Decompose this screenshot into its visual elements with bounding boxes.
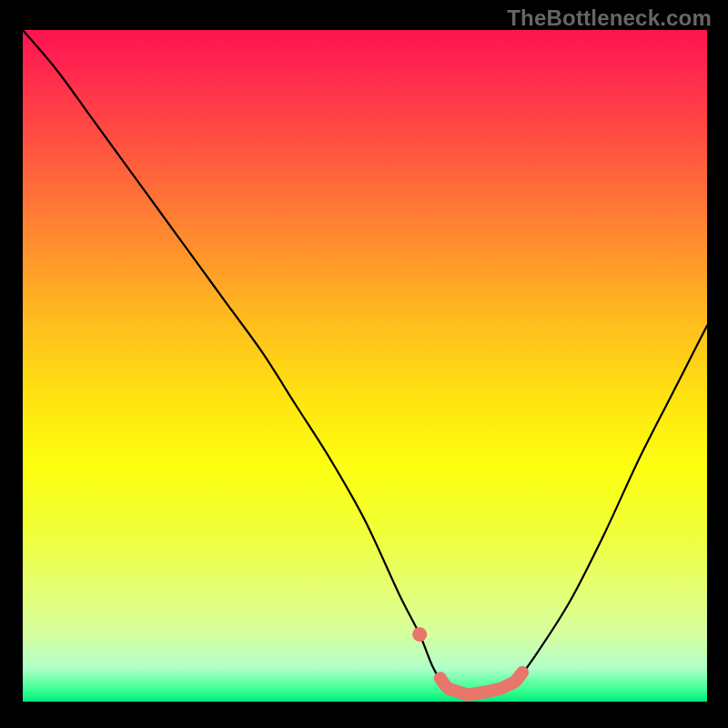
svg-point-0 xyxy=(412,627,427,642)
bottleneck-curve xyxy=(23,30,707,702)
watermark-text: TheBottleneck.com xyxy=(507,5,712,31)
plot-area xyxy=(23,30,707,702)
